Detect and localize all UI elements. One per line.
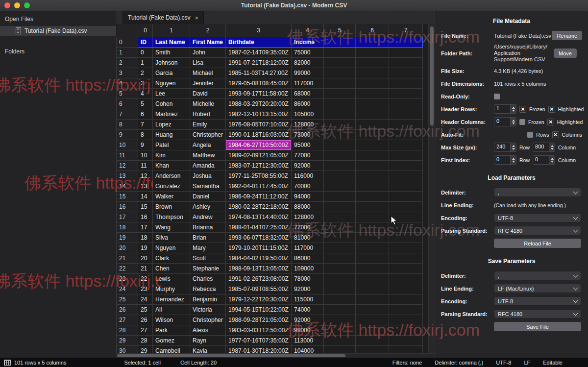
cell[interactable] xyxy=(356,325,389,335)
cell[interactable]: 117000 xyxy=(292,243,324,253)
status-encoding[interactable]: UTF-8 xyxy=(496,360,511,366)
cell[interactable] xyxy=(324,47,356,57)
cell[interactable]: Gonzalez xyxy=(153,181,190,191)
cell[interactable]: Walker xyxy=(153,191,190,201)
status-editable[interactable]: Editable xyxy=(543,360,563,366)
cell[interactable] xyxy=(324,140,356,150)
cell[interactable] xyxy=(356,150,389,160)
cell[interactable]: 1979-12-22T20:30:00Z xyxy=(226,294,292,304)
row-header[interactable]: 25 xyxy=(117,294,138,304)
cell[interactable] xyxy=(324,335,356,345)
row-header[interactable]: 7 xyxy=(117,109,138,119)
row-header[interactable]: 2 xyxy=(117,57,138,68)
cell[interactable]: 2 xyxy=(138,68,153,78)
cell[interactable]: Park xyxy=(153,325,190,335)
cell[interactable]: 74000 xyxy=(292,304,324,315)
cell[interactable] xyxy=(324,109,356,119)
cell[interactable] xyxy=(324,263,356,273)
header-cell[interactable] xyxy=(356,37,389,47)
header-rows-highlighted-checkbox[interactable] xyxy=(548,106,555,113)
cell[interactable] xyxy=(356,129,389,140)
cell[interactable]: Scott xyxy=(190,253,226,263)
cell[interactable]: 75000 xyxy=(292,47,324,57)
cell[interactable]: Ali xyxy=(153,304,190,315)
cell[interactable]: 20 xyxy=(138,253,153,263)
cell[interactable] xyxy=(356,315,389,325)
row-header[interactable]: 23 xyxy=(117,273,138,284)
cell[interactable]: 77000 xyxy=(292,150,324,160)
cell[interactable]: 4 xyxy=(138,88,153,98)
cell[interactable] xyxy=(324,181,356,191)
status-filters[interactable]: Filters: none xyxy=(392,360,422,366)
cell[interactable] xyxy=(356,57,389,68)
cell[interactable]: 117000 xyxy=(292,78,324,88)
cell[interactable]: 86000 xyxy=(292,98,324,109)
grid-corner[interactable] xyxy=(117,24,138,37)
cell[interactable] xyxy=(356,201,389,212)
column-header[interactable]: 6 xyxy=(356,24,389,37)
cell[interactable] xyxy=(324,273,356,284)
cell[interactable]: 1977-07-16T07:35:00Z xyxy=(226,335,292,345)
column-header[interactable]: 3 xyxy=(226,24,292,37)
vertical-scrollbar[interactable] xyxy=(428,24,435,354)
spinner-buttons[interactable] xyxy=(549,156,555,164)
selected-cell[interactable]: 1984-06-27T10:50:00Z xyxy=(226,140,292,150)
cell[interactable] xyxy=(389,345,423,354)
rename-button[interactable]: Rename xyxy=(552,31,582,40)
row-header[interactable]: 20 xyxy=(117,243,138,253)
cell[interactable]: 19 xyxy=(138,243,153,253)
cell[interactable]: 99000 xyxy=(292,325,324,335)
cell[interactable]: Samantha xyxy=(190,181,226,191)
cell[interactable] xyxy=(324,243,356,253)
cell[interactable] xyxy=(324,222,356,232)
cell[interactable]: Rebecca xyxy=(190,284,226,294)
cell[interactable] xyxy=(324,57,356,68)
cell[interactable]: 92000 xyxy=(292,315,324,325)
cell[interactable] xyxy=(389,315,423,325)
cell[interactable]: 16 xyxy=(138,212,153,222)
cell[interactable]: 1986-09-24T11:12:00Z xyxy=(226,191,292,201)
header-cell[interactable] xyxy=(324,37,356,47)
cell[interactable]: Jennifer xyxy=(190,78,226,88)
cell[interactable]: Christopher xyxy=(190,315,226,325)
cell[interactable] xyxy=(389,335,423,345)
row-header[interactable]: 28 xyxy=(117,325,138,335)
cell[interactable]: 17 xyxy=(138,222,153,232)
cell[interactable]: 12 xyxy=(138,171,153,181)
first-index-column-spinbox[interactable]: 0 xyxy=(533,155,555,165)
cell[interactable]: 1993-06-07T18:32:00Z xyxy=(226,232,292,243)
cell[interactable]: 1993-09-17T11:58:00Z xyxy=(226,88,292,98)
cell[interactable]: 6 xyxy=(138,109,153,119)
cell[interactable]: 109000 xyxy=(292,263,324,273)
cell[interactable] xyxy=(324,232,356,243)
row-header[interactable]: 26 xyxy=(117,304,138,315)
cell[interactable]: 1974-08-13T14:40:00Z xyxy=(226,212,292,222)
cell[interactable]: 81000 xyxy=(292,232,324,243)
row-header[interactable]: 8 xyxy=(117,119,138,129)
cell[interactable]: Khan xyxy=(153,160,190,171)
cell[interactable]: 1985-11-03T14:27:00Z xyxy=(226,68,292,78)
cell[interactable]: Lewis xyxy=(153,273,190,284)
cell[interactable] xyxy=(324,284,356,294)
cell[interactable] xyxy=(324,191,356,201)
header-cell[interactable]: Birthdate xyxy=(226,37,292,47)
column-header[interactable]: 0 xyxy=(138,24,153,37)
cell[interactable]: Clark xyxy=(153,253,190,263)
cell[interactable]: 105000 xyxy=(292,109,324,119)
cell[interactable]: 3 xyxy=(138,78,153,88)
save-delimiter-dropdown[interactable]: , xyxy=(494,271,581,280)
cell[interactable] xyxy=(389,294,423,304)
cell[interactable] xyxy=(389,119,423,129)
cell[interactable] xyxy=(324,98,356,109)
cell[interactable] xyxy=(389,150,423,160)
cell[interactable] xyxy=(389,47,423,57)
cell[interactable] xyxy=(356,181,389,191)
cell[interactable]: 1987-01-30T18:20:00Z xyxy=(226,345,292,354)
save-file-button[interactable]: Save File xyxy=(494,322,581,331)
row-header[interactable]: 29 xyxy=(117,335,138,345)
cell[interactable]: 7 xyxy=(138,119,153,129)
cell[interactable]: 11 xyxy=(138,160,153,171)
cell[interactable]: 92000 xyxy=(292,284,324,294)
spinner-buttons[interactable] xyxy=(510,105,516,113)
cell[interactable]: 1980-02-28T22:18:00Z xyxy=(226,201,292,212)
